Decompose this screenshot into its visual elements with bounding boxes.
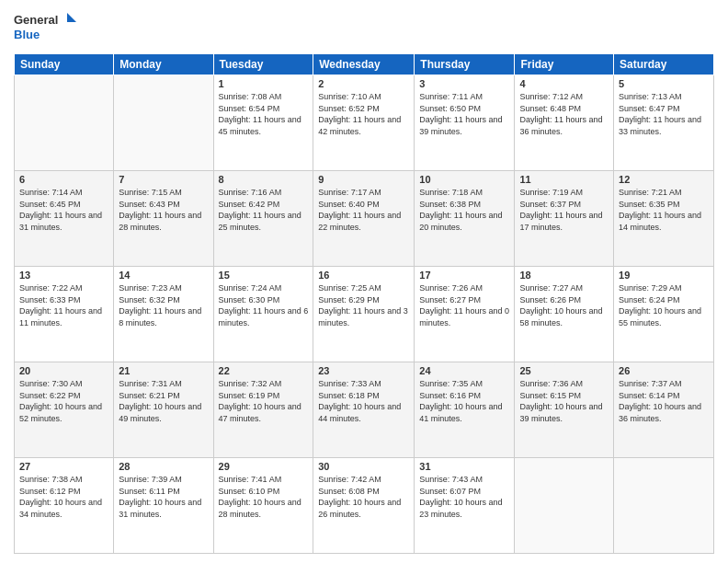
calendar-table: SundayMondayTuesdayWednesdayThursdayFrid… xyxy=(14,53,714,554)
calendar-cell: 7Sunrise: 7:15 AM Sunset: 6:43 PM Daylig… xyxy=(114,171,213,267)
day-number: 25 xyxy=(519,365,609,376)
calendar-week-row: 20Sunrise: 7:30 AM Sunset: 6:22 PM Dayli… xyxy=(15,362,714,458)
calendar-cell: 30Sunrise: 7:42 AM Sunset: 6:08 PM Dayli… xyxy=(313,458,415,554)
logo-svg: General Blue xyxy=(14,9,78,46)
day-info: Sunrise: 7:21 AM Sunset: 6:35 PM Dayligh… xyxy=(619,187,709,233)
day-number: 31 xyxy=(419,461,509,472)
day-info: Sunrise: 7:17 AM Sunset: 6:40 PM Dayligh… xyxy=(318,187,409,233)
calendar-cell: 1Sunrise: 7:08 AM Sunset: 6:54 PM Daylig… xyxy=(213,75,313,171)
day-number: 29 xyxy=(219,461,309,472)
calendar-cell: 2Sunrise: 7:10 AM Sunset: 6:52 PM Daylig… xyxy=(313,75,415,171)
day-number: 8 xyxy=(219,174,309,185)
day-info: Sunrise: 7:11 AM Sunset: 6:50 PM Dayligh… xyxy=(419,91,509,137)
calendar-cell: 26Sunrise: 7:37 AM Sunset: 6:14 PM Dayli… xyxy=(614,362,714,458)
calendar-week-row: 13Sunrise: 7:22 AM Sunset: 6:33 PM Dayli… xyxy=(15,267,714,362)
weekday-header-cell: Tuesday xyxy=(213,54,313,75)
day-info: Sunrise: 7:14 AM Sunset: 6:45 PM Dayligh… xyxy=(19,187,108,233)
calendar-cell: 17Sunrise: 7:26 AM Sunset: 6:27 PM Dayli… xyxy=(415,267,515,362)
day-info: Sunrise: 7:33 AM Sunset: 6:18 PM Dayligh… xyxy=(318,378,409,424)
calendar-cell: 21Sunrise: 7:31 AM Sunset: 6:21 PM Dayli… xyxy=(114,362,213,458)
day-number: 19 xyxy=(619,270,709,281)
day-number: 6 xyxy=(19,174,108,185)
calendar-cell: 31Sunrise: 7:43 AM Sunset: 6:07 PM Dayli… xyxy=(415,458,515,554)
calendar-cell: 9Sunrise: 7:17 AM Sunset: 6:40 PM Daylig… xyxy=(313,171,415,267)
day-number: 4 xyxy=(519,78,609,89)
day-info: Sunrise: 7:27 AM Sunset: 6:26 PM Dayligh… xyxy=(519,282,609,328)
day-info: Sunrise: 7:41 AM Sunset: 6:10 PM Dayligh… xyxy=(219,474,309,520)
day-info: Sunrise: 7:13 AM Sunset: 6:47 PM Dayligh… xyxy=(619,91,709,137)
calendar-cell: 22Sunrise: 7:32 AM Sunset: 6:19 PM Dayli… xyxy=(213,362,313,458)
day-info: Sunrise: 7:10 AM Sunset: 6:52 PM Dayligh… xyxy=(318,91,409,137)
day-number: 11 xyxy=(519,174,609,185)
calendar-week-row: 1Sunrise: 7:08 AM Sunset: 6:54 PM Daylig… xyxy=(15,75,714,171)
svg-text:Blue: Blue xyxy=(14,28,40,41)
weekday-header-cell: Thursday xyxy=(415,54,515,75)
day-info: Sunrise: 7:15 AM Sunset: 6:43 PM Dayligh… xyxy=(119,187,208,233)
day-number: 13 xyxy=(19,270,108,281)
calendar-cell: 18Sunrise: 7:27 AM Sunset: 6:26 PM Dayli… xyxy=(515,267,614,362)
calendar-cell: 3Sunrise: 7:11 AM Sunset: 6:50 PM Daylig… xyxy=(415,75,515,171)
calendar-cell: 10Sunrise: 7:18 AM Sunset: 6:38 PM Dayli… xyxy=(415,171,515,267)
day-info: Sunrise: 7:43 AM Sunset: 6:07 PM Dayligh… xyxy=(419,474,509,520)
calendar-cell: 12Sunrise: 7:21 AM Sunset: 6:35 PM Dayli… xyxy=(614,171,714,267)
calendar-cell: 25Sunrise: 7:36 AM Sunset: 6:15 PM Dayli… xyxy=(515,362,614,458)
calendar-cell: 27Sunrise: 7:38 AM Sunset: 6:12 PM Dayli… xyxy=(15,458,114,554)
calendar-cell: 19Sunrise: 7:29 AM Sunset: 6:24 PM Dayli… xyxy=(614,267,714,362)
page: General Blue SundayMondayTuesdayWednesda… xyxy=(0,0,728,563)
day-info: Sunrise: 7:29 AM Sunset: 6:24 PM Dayligh… xyxy=(619,282,709,328)
calendar-cell: 20Sunrise: 7:30 AM Sunset: 6:22 PM Dayli… xyxy=(15,362,114,458)
calendar-cell: 4Sunrise: 7:12 AM Sunset: 6:48 PM Daylig… xyxy=(515,75,614,171)
day-number: 30 xyxy=(318,461,409,472)
calendar-cell: 5Sunrise: 7:13 AM Sunset: 6:47 PM Daylig… xyxy=(614,75,714,171)
day-number: 17 xyxy=(419,270,509,281)
calendar-cell: 23Sunrise: 7:33 AM Sunset: 6:18 PM Dayli… xyxy=(313,362,415,458)
day-number: 28 xyxy=(119,461,208,472)
day-number: 22 xyxy=(219,365,309,376)
day-info: Sunrise: 7:25 AM Sunset: 6:29 PM Dayligh… xyxy=(318,282,409,328)
calendar-cell: 14Sunrise: 7:23 AM Sunset: 6:32 PM Dayli… xyxy=(114,267,213,362)
day-number: 18 xyxy=(519,270,609,281)
calendar-cell: 16Sunrise: 7:25 AM Sunset: 6:29 PM Dayli… xyxy=(313,267,415,362)
weekday-header-cell: Saturday xyxy=(614,54,714,75)
day-info: Sunrise: 7:37 AM Sunset: 6:14 PM Dayligh… xyxy=(619,378,709,424)
day-info: Sunrise: 7:24 AM Sunset: 6:30 PM Dayligh… xyxy=(219,282,309,328)
day-info: Sunrise: 7:26 AM Sunset: 6:27 PM Dayligh… xyxy=(419,282,509,328)
header: General Blue xyxy=(14,9,714,46)
calendar-cell xyxy=(114,75,213,171)
calendar-cell: 8Sunrise: 7:16 AM Sunset: 6:42 PM Daylig… xyxy=(213,171,313,267)
calendar-cell: 13Sunrise: 7:22 AM Sunset: 6:33 PM Dayli… xyxy=(15,267,114,362)
calendar-cell: 28Sunrise: 7:39 AM Sunset: 6:11 PM Dayli… xyxy=(114,458,213,554)
day-number: 23 xyxy=(318,365,409,376)
day-number: 2 xyxy=(318,78,409,89)
day-number: 14 xyxy=(119,270,208,281)
day-number: 20 xyxy=(19,365,108,376)
day-number: 10 xyxy=(419,174,509,185)
weekday-header-cell: Wednesday xyxy=(313,54,415,75)
day-number: 15 xyxy=(219,270,309,281)
calendar-cell: 24Sunrise: 7:35 AM Sunset: 6:16 PM Dayli… xyxy=(415,362,515,458)
day-info: Sunrise: 7:42 AM Sunset: 6:08 PM Dayligh… xyxy=(318,474,409,520)
weekday-header-row: SundayMondayTuesdayWednesdayThursdayFrid… xyxy=(15,54,714,75)
day-info: Sunrise: 7:18 AM Sunset: 6:38 PM Dayligh… xyxy=(419,187,509,233)
calendar-body: 1Sunrise: 7:08 AM Sunset: 6:54 PM Daylig… xyxy=(15,75,714,554)
day-info: Sunrise: 7:32 AM Sunset: 6:19 PM Dayligh… xyxy=(219,378,309,424)
day-info: Sunrise: 7:22 AM Sunset: 6:33 PM Dayligh… xyxy=(19,282,108,328)
calendar-cell: 15Sunrise: 7:24 AM Sunset: 6:30 PM Dayli… xyxy=(213,267,313,362)
svg-marker-2 xyxy=(67,13,76,22)
day-info: Sunrise: 7:35 AM Sunset: 6:16 PM Dayligh… xyxy=(419,378,509,424)
day-number: 9 xyxy=(318,174,409,185)
day-number: 24 xyxy=(419,365,509,376)
day-info: Sunrise: 7:16 AM Sunset: 6:42 PM Dayligh… xyxy=(219,187,309,233)
day-info: Sunrise: 7:23 AM Sunset: 6:32 PM Dayligh… xyxy=(119,282,208,328)
day-number: 5 xyxy=(619,78,709,89)
day-info: Sunrise: 7:31 AM Sunset: 6:21 PM Dayligh… xyxy=(119,378,208,424)
day-info: Sunrise: 7:39 AM Sunset: 6:11 PM Dayligh… xyxy=(119,474,208,520)
day-number: 21 xyxy=(119,365,208,376)
weekday-header-cell: Sunday xyxy=(15,54,114,75)
day-number: 1 xyxy=(219,78,309,89)
day-number: 26 xyxy=(619,365,709,376)
day-info: Sunrise: 7:08 AM Sunset: 6:54 PM Dayligh… xyxy=(219,91,309,137)
weekday-header-cell: Friday xyxy=(515,54,614,75)
weekday-header-cell: Monday xyxy=(114,54,213,75)
calendar-cell: 11Sunrise: 7:19 AM Sunset: 6:37 PM Dayli… xyxy=(515,171,614,267)
